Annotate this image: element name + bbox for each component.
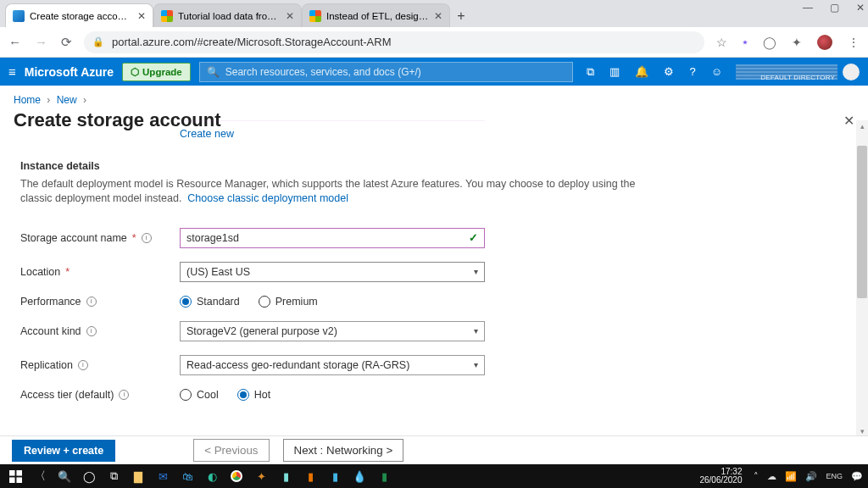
directories-icon[interactable]: ▥: [609, 65, 620, 78]
cortana-icon[interactable]: ◯: [79, 468, 99, 485]
user-avatar-icon[interactable]: [843, 64, 860, 80]
info-icon[interactable]: i: [86, 297, 97, 307]
info-icon[interactable]: i: [119, 390, 129, 400]
radio-standard[interactable]: Standard: [180, 296, 240, 308]
chrome-icon[interactable]: [226, 468, 247, 485]
kind-select[interactable]: StorageV2 (general purpose v2) ▾: [180, 321, 485, 341]
start-icon[interactable]: [5, 468, 25, 485]
search-placeholder: Search resources, services, and docs (G+…: [225, 66, 421, 78]
crumb-home[interactable]: Home: [14, 94, 41, 106]
circle-icon[interactable]: ◯: [763, 36, 776, 49]
kebab-icon[interactable]: ⋮: [848, 36, 860, 49]
scroll-up-icon[interactable]: ▴: [856, 120, 868, 132]
browser-tab[interactable]: Tutorial load data from Azure B ✕: [153, 3, 302, 27]
close-icon[interactable]: ✕: [286, 10, 294, 22]
notifications-icon[interactable]: 🔔: [635, 65, 648, 78]
mail-icon[interactable]: ✉: [153, 468, 173, 485]
search-icon: 🔍: [207, 66, 220, 78]
app-icon[interactable]: 💧: [349, 468, 370, 485]
azure-favicon: [13, 10, 25, 22]
upgrade-button[interactable]: ⬡Upgrade: [122, 63, 191, 81]
azure-topbar: ≡ Microsoft Azure ⬡Upgrade 🔍 Search reso…: [0, 58, 868, 86]
app-icon[interactable]: ▮: [325, 468, 345, 485]
valid-check-icon: ✓: [469, 231, 478, 244]
info-icon[interactable]: i: [86, 326, 97, 336]
star-icon[interactable]: ☆: [716, 36, 727, 49]
previous-button[interactable]: < Previous: [193, 439, 269, 462]
windows-taskbar: 〈 🔍 ◯ ⧉ ▇ ✉ 🛍 ◐ ✦ ▮ ▮ ▮ 💧 ▮ 17:32 26/06/…: [0, 464, 868, 488]
scrollbar[interactable]: ▴ ▾: [856, 120, 868, 437]
feedback-icon[interactable]: ☺: [711, 65, 722, 78]
wizard-footer: Review + create < Previous Next : Networ…: [0, 435, 868, 464]
cloud-icon[interactable]: ☁: [767, 471, 776, 482]
wifi-icon[interactable]: 📶: [785, 471, 797, 482]
azure-brand[interactable]: Microsoft Azure: [25, 65, 114, 79]
volume-icon[interactable]: 🔊: [805, 471, 817, 482]
ext-icon[interactable]: ⭑: [743, 35, 748, 49]
browser-tabstrip: Create storage account - Micro ✕ Tutoria…: [0, 0, 868, 27]
close-icon[interactable]: ✕: [137, 10, 146, 22]
url-input[interactable]: 🔒 portal.azure.com/#create/Microsoft.Sto…: [84, 31, 704, 53]
app-icon[interactable]: ▮: [275, 468, 296, 485]
puzzle-icon[interactable]: ✦: [792, 36, 802, 49]
back-task-icon[interactable]: 〈: [30, 468, 50, 485]
browser-tab-active[interactable]: Create storage account - Micro ✕: [5, 3, 153, 27]
maximize-icon[interactable]: ▢: [830, 2, 839, 14]
ms-favicon: [161, 10, 173, 22]
kind-value: StorageV2 (general purpose v2): [186, 325, 337, 337]
section-instance-details: Instance details: [20, 160, 848, 172]
replication-select[interactable]: Read-access geo-redundant storage (RA-GR…: [180, 355, 485, 375]
chevron-down-icon: ▾: [474, 360, 478, 369]
label-performance: Performance: [20, 296, 81, 308]
next-button[interactable]: Next : Networking >: [283, 439, 404, 462]
app-icon[interactable]: ▮: [300, 468, 320, 485]
close-window-icon[interactable]: ✕: [856, 2, 865, 14]
scroll-thumb[interactable]: [857, 146, 867, 298]
radio-dot-icon: [180, 389, 192, 401]
classic-model-link[interactable]: Choose classic deployment model: [187, 192, 348, 204]
taskbar-clock[interactable]: 17:32 26/06/2020: [699, 468, 749, 485]
lang-icon[interactable]: ENG: [826, 472, 843, 480]
close-icon[interactable]: ✕: [434, 10, 442, 22]
explorer-icon[interactable]: ▇: [128, 468, 148, 485]
minimize-icon[interactable]: —: [803, 2, 813, 14]
edge-icon[interactable]: ◐: [202, 468, 222, 485]
create-new-link[interactable]: Create new: [180, 121, 848, 140]
main-content: Create new Instance details The default …: [0, 120, 868, 437]
tab-title: Create storage account - Micro: [30, 11, 132, 21]
label-location: Location: [20, 266, 60, 278]
storage-name-input[interactable]: storage1sd ✓: [180, 228, 485, 248]
radio-hot[interactable]: Hot: [237, 389, 270, 401]
info-icon[interactable]: i: [142, 233, 152, 243]
store-icon[interactable]: 🛍: [177, 468, 198, 485]
reload-icon[interactable]: ⟳: [61, 35, 72, 50]
review-create-button[interactable]: Review + create: [12, 440, 115, 462]
hamburger-icon[interactable]: ≡: [8, 64, 16, 79]
excel-icon[interactable]: ▮: [374, 468, 394, 485]
app-icon[interactable]: ✦: [251, 468, 271, 485]
help-icon[interactable]: ?: [689, 65, 695, 78]
svg-rect-2: [9, 477, 15, 483]
forward-icon: →: [35, 35, 47, 49]
azure-search[interactable]: 🔍 Search resources, services, and docs (…: [199, 62, 574, 82]
radio-cool[interactable]: Cool: [180, 389, 219, 401]
location-select[interactable]: (US) East US ▾: [180, 262, 485, 282]
crumb-new[interactable]: New: [57, 94, 77, 106]
radio-premium[interactable]: Premium: [259, 296, 318, 308]
tab-title: Instead of ETL, design ELT - Az: [326, 11, 429, 21]
search-task-icon[interactable]: 🔍: [54, 468, 75, 485]
info-icon[interactable]: i: [78, 360, 88, 370]
location-value: (US) East US: [186, 266, 250, 278]
radio-dot-icon: [180, 296, 192, 308]
settings-icon[interactable]: ⚙: [664, 65, 674, 78]
new-tab-button[interactable]: +: [450, 5, 472, 27]
svg-rect-3: [16, 477, 22, 483]
taskview-icon[interactable]: ⧉: [103, 468, 124, 485]
profile-avatar-icon[interactable]: [817, 35, 832, 50]
browser-tab[interactable]: Instead of ETL, design ELT - Az ✕: [302, 3, 450, 27]
tray-chevron-icon[interactable]: ˄: [754, 471, 759, 482]
back-icon[interactable]: ←: [8, 35, 21, 49]
cloudshell-icon[interactable]: ⧉: [587, 65, 594, 79]
ms-favicon: [309, 10, 321, 22]
notif-icon[interactable]: 💬: [851, 471, 863, 482]
